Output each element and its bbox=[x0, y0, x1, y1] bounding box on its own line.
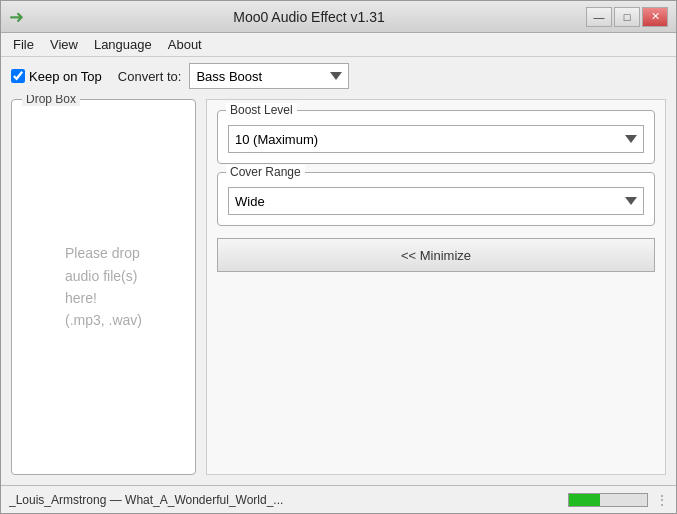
status-text: _Louis_Armstrong — What_A_Wonderful_Worl… bbox=[9, 493, 560, 507]
boost-level-select[interactable]: 1 (Minimum)2345 (Medium)678910 (Maximum) bbox=[228, 125, 644, 153]
menu-bar: File View Language About bbox=[1, 33, 676, 57]
title-bar: ➜ Moo0 Audio Effect v1.31 — □ ✕ bbox=[1, 1, 676, 33]
main-content: Drop Box Please dropaudio file(s)here!(.… bbox=[1, 95, 676, 485]
app-logo-icon: ➜ bbox=[9, 6, 24, 28]
menu-language[interactable]: Language bbox=[86, 35, 160, 54]
minimize-panel-button[interactable]: << Minimize bbox=[217, 238, 655, 272]
convert-to-label: Convert to: bbox=[118, 69, 182, 84]
minimize-window-button[interactable]: — bbox=[586, 7, 612, 27]
keep-on-top-label[interactable]: Keep on Top bbox=[11, 69, 102, 84]
close-window-button[interactable]: ✕ bbox=[642, 7, 668, 27]
cover-range-legend: Cover Range bbox=[226, 165, 305, 179]
convert-to-select[interactable]: Bass BoostEchoReverbChorusFlangerNormali… bbox=[189, 63, 349, 89]
status-bar: _Louis_Armstrong — What_A_Wonderful_Worl… bbox=[1, 485, 676, 513]
cover-range-group: Cover Range NarrowMediumWide bbox=[217, 172, 655, 226]
window-controls: — □ ✕ bbox=[586, 7, 668, 27]
main-window: ➜ Moo0 Audio Effect v1.31 — □ ✕ File Vie… bbox=[0, 0, 677, 514]
right-panel: Boost Level 1 (Minimum)2345 (Medium)6789… bbox=[206, 99, 666, 475]
keep-on-top-checkbox[interactable] bbox=[11, 69, 25, 83]
boost-level-legend: Boost Level bbox=[226, 103, 297, 117]
drop-box-hint: Please dropaudio file(s)here!(.mp3, .wav… bbox=[55, 232, 152, 342]
maximize-window-button[interactable]: □ bbox=[614, 7, 640, 27]
toolbar: Keep on Top Convert to: Bass BoostEchoRe… bbox=[1, 57, 676, 95]
keep-on-top-text: Keep on Top bbox=[29, 69, 102, 84]
cover-range-select[interactable]: NarrowMediumWide bbox=[228, 187, 644, 215]
window-title: Moo0 Audio Effect v1.31 bbox=[32, 9, 586, 25]
boost-level-group: Boost Level 1 (Minimum)2345 (Medium)6789… bbox=[217, 110, 655, 164]
resize-handle-icon[interactable]: ⋮ bbox=[656, 493, 668, 507]
status-progress-bar bbox=[569, 494, 600, 506]
drop-box-legend: Drop Box bbox=[22, 95, 80, 106]
convert-row: Convert to: Bass BoostEchoReverbChorusFl… bbox=[118, 63, 350, 89]
cover-range-content: NarrowMediumWide bbox=[228, 187, 644, 215]
boost-level-content: 1 (Minimum)2345 (Medium)678910 (Maximum) bbox=[228, 125, 644, 153]
drop-box[interactable]: Drop Box Please dropaudio file(s)here!(.… bbox=[11, 99, 196, 475]
menu-view[interactable]: View bbox=[42, 35, 86, 54]
status-progress-container bbox=[568, 493, 648, 507]
menu-about[interactable]: About bbox=[160, 35, 210, 54]
menu-file[interactable]: File bbox=[5, 35, 42, 54]
